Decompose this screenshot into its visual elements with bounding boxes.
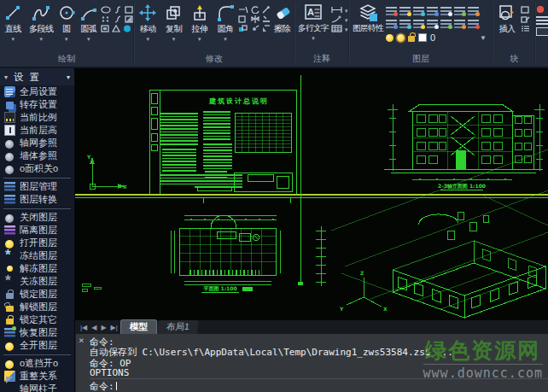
offset-icon[interactable]	[238, 15, 248, 23]
sidebar-item-axis-column[interactable]: 轴网柱子	[0, 383, 74, 392]
sidebar-item-freeze-off[interactable]: 关冻图层	[0, 275, 74, 288]
chevron-down-icon[interactable]: ▾	[198, 36, 201, 42]
point-grid-icon[interactable]	[101, 15, 111, 23]
sidebar-item-layer-freeze[interactable]: 冻结图层	[0, 249, 74, 262]
explode-icon[interactable]	[251, 25, 259, 32]
close-icon[interactable]: ×	[79, 335, 85, 346]
chevron-down-icon[interactable]: ▾	[172, 36, 176, 42]
tab-model[interactable]: 模型	[120, 319, 157, 334]
copy-button[interactable]: 复制 ▾	[160, 0, 186, 42]
nav-next-icon[interactable]: ▶	[99, 322, 108, 334]
sidebar-item-global-settings[interactable]: 全局设置	[0, 85, 74, 98]
sidebar-item-layer-on[interactable]: 打开图层	[0, 237, 74, 249]
chevron-down-icon[interactable]: ▾	[40, 36, 44, 42]
trim-icon[interactable]	[238, 6, 248, 14]
circle-button[interactable]: 圆 ▾	[56, 0, 76, 42]
layer-isolate-icon[interactable]	[468, 6, 479, 15]
fillet-button[interactable]: 圆角 ▾	[213, 0, 238, 42]
ellipse-icon[interactable]	[101, 6, 111, 14]
rectangle-icon[interactable]	[125, 6, 133, 14]
sidebar-item-layer-thaw[interactable]: 解冻图层	[0, 262, 74, 275]
nav-first-icon[interactable]: |◀	[79, 322, 89, 334]
layer-freeze-icon[interactable]	[413, 6, 424, 15]
sidebar-item-current-scale[interactable]: 当前比例	[0, 111, 74, 124]
sidebar-item-layer-restore[interactable]: 恢复图层	[0, 326, 74, 339]
edit-block-icon[interactable]	[521, 15, 530, 23]
sidebar-item-layer-manage[interactable]: 图层管理	[0, 180, 74, 193]
spline-fit-icon[interactable]	[114, 15, 122, 23]
stretch-button[interactable]: 拉伸 ▾	[187, 0, 213, 42]
clipped-tool-icon[interactable]	[536, 16, 548, 25]
chevron-down-icon[interactable]: ▾	[87, 36, 90, 42]
revision-cloud-icon[interactable]	[123, 25, 131, 32]
layer-merge-icon[interactable]	[440, 19, 452, 28]
sidebar-item-occlusion-toggle[interactable]: o遮挡开o	[0, 357, 74, 370]
layer-prev-icon[interactable]	[399, 19, 411, 28]
spline-icon[interactable]	[114, 6, 122, 14]
sidebar-item-layer-convert[interactable]: 图层转换	[0, 193, 74, 206]
layer-properties-button[interactable]: 图层特性	[350, 0, 386, 34]
bulb-on-icon[interactable]	[386, 34, 394, 42]
layer-combobox[interactable]: 0 ▼	[386, 31, 487, 44]
drawing-canvas[interactable]: 建筑设计总说明 X Y	[75, 68, 548, 320]
layer-walk-icon[interactable]	[427, 19, 438, 28]
chevron-down-icon[interactable]: ▾	[146, 36, 149, 42]
array-icon[interactable]	[238, 25, 248, 32]
chevron-down-icon[interactable]: ▾	[345, 26, 348, 32]
layer-current-icon[interactable]	[413, 19, 424, 28]
scale-icon[interactable]	[262, 6, 271, 14]
layer-off-icon[interactable]	[386, 6, 397, 15]
sidebar-item-grid-reference[interactable]: 轴网参照	[0, 137, 74, 149]
clipped-tool-icon[interactable]	[536, 27, 548, 36]
chevron-down-icon[interactable]: ▾	[345, 8, 348, 14]
rotate-icon[interactable]	[251, 6, 259, 14]
leader-icon[interactable]	[331, 15, 342, 23]
chevron-down-icon[interactable]: ▾	[224, 36, 227, 42]
lock-icon[interactable]	[408, 36, 415, 42]
chevron-down-icon[interactable]: ▾	[65, 36, 68, 42]
layer-restore-icon[interactable]	[468, 19, 479, 28]
sidebar-item-layer-isolate[interactable]: 隔离图层	[0, 224, 74, 237]
command-history[interactable]: × 命令: 自动保存到 C:\Users\f\AppData\Local\Tem…	[75, 334, 548, 392]
layer-thaw-icon[interactable]	[427, 6, 438, 15]
dimension-icon[interactable]	[331, 6, 342, 14]
mirror-icon[interactable]	[251, 15, 259, 23]
nav-prev-icon[interactable]: ◀	[90, 322, 98, 334]
sidebar-item-lock-others[interactable]: 锁定其它	[0, 313, 74, 326]
polygon-icon[interactable]	[112, 25, 120, 32]
align-icon[interactable]	[262, 15, 271, 23]
sidebar-item-layer-unlock[interactable]: 解锁图层	[0, 301, 74, 313]
arc-button[interactable]: 圆弧 ▾	[76, 0, 101, 42]
table-icon[interactable]	[331, 25, 342, 32]
chamfer-icon[interactable]	[262, 25, 271, 32]
sidebar-item-layer-lock[interactable]: 锁定图层	[0, 288, 74, 301]
region-icon[interactable]	[101, 25, 109, 32]
collapse-chevron-icon[interactable]: ▾	[67, 73, 70, 81]
sidebar-item-area-toggle[interactable]: o面积关o	[0, 162, 74, 175]
polyline-button[interactable]: 多段线 ▾	[26, 0, 56, 42]
sidebar-item-layer-off[interactable]: 关闭图层	[0, 211, 74, 224]
layer-color-swatch[interactable]	[418, 33, 427, 42]
nav-last-icon[interactable]: ▶|	[109, 322, 120, 334]
block-list-icon[interactable]	[521, 25, 530, 32]
sun-icon[interactable]	[397, 34, 405, 42]
insert-button[interactable]: 插入	[493, 0, 521, 35]
chevron-down-icon[interactable]: ▾	[11, 36, 15, 42]
layer-dropdown-arrow[interactable]: ▼	[480, 34, 487, 42]
tab-layout1[interactable]: 布局1	[157, 320, 199, 334]
create-block-icon[interactable]	[521, 6, 530, 14]
layer-unlock-icon[interactable]	[454, 6, 465, 15]
chevron-down-icon[interactable]: ▾	[312, 35, 315, 41]
command-input[interactable]: 命令:	[90, 378, 548, 390]
palette-header[interactable]: ▾ 设 置 ▾	[0, 68, 74, 85]
sidebar-item-export-settings[interactable]: 转存设置	[0, 98, 74, 111]
layer-lock-icon[interactable]	[440, 6, 452, 15]
move-button[interactable]: 移动 ▾	[135, 0, 160, 42]
sidebar-item-floor-height[interactable]: 当前层高	[0, 124, 74, 137]
line-button[interactable]: 直线 ▾	[0, 0, 26, 42]
hatch-icon[interactable]	[125, 15, 133, 23]
mtext-button[interactable]: A 多行文字 ▾	[295, 0, 331, 41]
erase-button[interactable]: 擦除	[271, 0, 294, 35]
layer-delete-icon[interactable]	[454, 19, 465, 28]
layer-match-icon[interactable]	[386, 19, 397, 28]
